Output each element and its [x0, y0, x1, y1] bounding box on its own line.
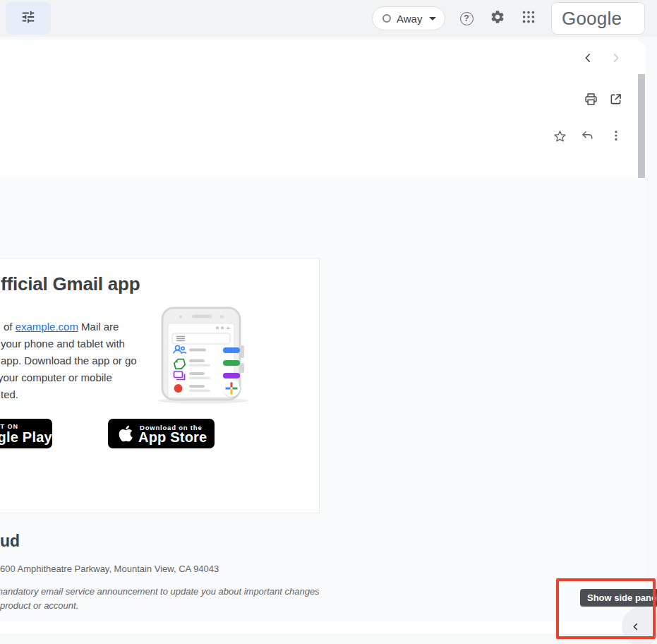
promo-paragraph: of example.com Mail are your phone and t… [1, 318, 137, 403]
more-vert-icon [609, 129, 623, 143]
footer-brand-fragment: ud [0, 532, 20, 551]
promo-heading: fficial Gmail app [1, 272, 140, 296]
show-side-panel-tooltip: Show side panel [580, 589, 657, 607]
open-in-new-window-button[interactable] [607, 90, 624, 107]
google-apps-button[interactable] [520, 10, 537, 27]
footer-address: 600 Amphitheatre Parkway, Mountain View,… [0, 564, 219, 574]
show-side-panel-button[interactable] [622, 607, 657, 644]
tune-icon [20, 9, 36, 28]
row1-blue-pill [223, 347, 240, 353]
app-store-badge[interactable]: Download on the App Store [108, 419, 215, 448]
older-message-button-disabled[interactable] [608, 49, 625, 66]
print-button[interactable] [582, 90, 599, 107]
para-line4: your computer or mobile [0, 369, 137, 386]
apps-grid-icon [521, 9, 536, 28]
para-line1-suffix: Mail are [78, 321, 119, 333]
star-icon [553, 129, 567, 143]
help-button[interactable]: ? [458, 10, 475, 27]
gmail-app-promo-card: fficial Gmail app of example.com Mail ar… [0, 258, 320, 513]
row3-purple-pill [223, 373, 240, 378]
app-store-name: App Store [138, 429, 207, 446]
row2-text-bar [189, 359, 205, 362]
example-com-link[interactable]: example.com [16, 321, 78, 333]
para-line5: ted. [1, 386, 137, 403]
status-bar-icons [216, 327, 231, 330]
row3-text-bar-light [189, 377, 210, 380]
google-logo: Google [562, 8, 622, 30]
settings-button[interactable] [489, 10, 506, 27]
row3-text-bar [189, 372, 205, 375]
reply-arrow-icon [581, 129, 596, 143]
status-away-dropdown[interactable]: Away [372, 6, 445, 30]
google-play-badge[interactable]: GET IT ON Google Play [0, 419, 52, 448]
chevron-left-icon [631, 622, 640, 631]
tune-filter-button[interactable] [6, 1, 51, 35]
phone-speaker [192, 315, 212, 318]
red-dot-icon [174, 384, 183, 393]
help-icon: ? [460, 12, 474, 25]
reply-button[interactable] [579, 127, 596, 144]
newer-message-button[interactable] [579, 49, 596, 66]
caret-down-icon [429, 17, 436, 20]
phone-illustration [152, 306, 255, 405]
away-status-label: Away [397, 13, 422, 25]
mail-panel: fficial Gmail app of example.com Mail ar… [0, 40, 646, 633]
chevron-left-icon [581, 52, 594, 64]
apple-icon [118, 424, 133, 446]
compose-fab-icon [223, 380, 240, 398]
google-logo-box[interactable]: Google [551, 2, 645, 35]
gear-icon [490, 9, 505, 28]
play-badge-name: Google Play [0, 429, 52, 446]
row1-text-bar [189, 349, 206, 352]
top-header-bar: Away ? Google [0, 0, 657, 37]
chevron-right-icon [610, 52, 622, 64]
row4-text-bar-light [189, 390, 210, 393]
more-options-button[interactable] [608, 127, 625, 144]
para-line1-prefix: of [4, 321, 16, 333]
phone-camera-dot [220, 316, 224, 318]
row2-text-bar-light [189, 364, 210, 367]
phone-sensor-dot [179, 316, 182, 318]
gmail-message-view: { "header": { "status_label": "Away", "l… [0, 0, 657, 644]
phone-side-button [241, 363, 244, 373]
open-in-new-icon [608, 92, 623, 107]
para-line3: app. Download the app or go [1, 352, 137, 369]
row4-text-bar [189, 385, 205, 388]
star-button[interactable] [551, 127, 568, 144]
footer-disclaimer-line1: mandatory email service announcement to … [0, 586, 320, 597]
row2-green-pill [223, 360, 240, 366]
email-body-region: fficial Gmail app of example.com Mail ar… [0, 178, 646, 621]
printer-icon [584, 92, 598, 107]
phone-side-button [241, 345, 244, 358]
away-status-icon [382, 14, 391, 23]
para-line2: your phone and tablet with [1, 335, 137, 352]
footer-disclaimer-line2: product or account. [0, 600, 78, 611]
